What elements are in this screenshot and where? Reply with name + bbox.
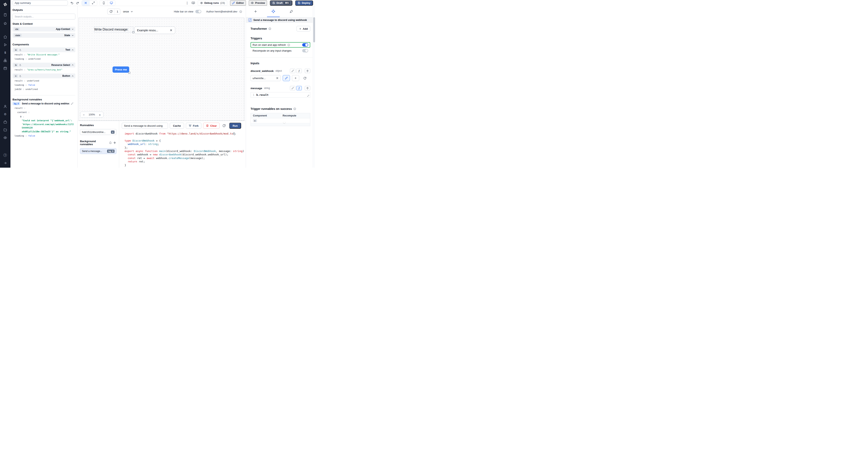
output-section-component-b[interactable]: b Resource Select bbox=[12, 63, 75, 67]
run-button[interactable]: Run bbox=[229, 123, 241, 129]
eval-function-icon[interactable]: f bbox=[297, 69, 302, 73]
button-component[interactable]: Press me bbox=[113, 66, 129, 73]
text-component[interactable]: Write Discord message: bbox=[94, 27, 133, 32]
audit-eye-icon[interactable] bbox=[3, 136, 7, 139]
add-transformer-button[interactable]: Add bbox=[297, 26, 310, 32]
run-on-start-toggle[interactable] bbox=[302, 43, 308, 46]
output-section-ctx[interactable]: ctx App Context bbox=[12, 27, 75, 32]
resize-handle[interactable] bbox=[128, 72, 130, 74]
text-component-value: Write Discord message: bbox=[94, 28, 128, 31]
editor-button[interactable]: Editor bbox=[230, 0, 246, 6]
fullscreen-icon[interactable] bbox=[89, 0, 97, 6]
outline-toggle-icon[interactable] bbox=[82, 0, 89, 6]
run-on-start-label: Run on start and app refresh bbox=[253, 43, 286, 46]
component-c-type: Button bbox=[62, 74, 70, 77]
expression-value: b.result bbox=[256, 93, 269, 96]
refresh-count: 1 bbox=[115, 9, 120, 14]
apps-icon[interactable] bbox=[3, 13, 7, 16]
expand-editor-icon[interactable] bbox=[307, 95, 309, 97]
canvas-column: 1 once Hide bar on view Author henri@win… bbox=[78, 6, 246, 168]
workers-icon[interactable] bbox=[3, 120, 7, 124]
user-icon[interactable] bbox=[3, 105, 7, 108]
script-tab[interactable]: Send a message to discord using bbox=[122, 123, 168, 129]
output-section-state[interactable]: state State bbox=[12, 33, 75, 38]
refresh-icon[interactable] bbox=[222, 124, 226, 127]
scrollbar-thumb[interactable] bbox=[313, 17, 315, 42]
windmill-logo[interactable] bbox=[3, 2, 8, 7]
help-icon[interactable]: ? bbox=[3, 154, 7, 157]
draft-button[interactable]: Draft ⌘S bbox=[270, 0, 292, 6]
copy-code-icon[interactable] bbox=[233, 132, 236, 135]
add-background-runnable-icon[interactable] bbox=[113, 141, 117, 144]
more-menu-icon[interactable]: ⋮ bbox=[186, 1, 189, 5]
zoom-in-button[interactable]: + bbox=[96, 112, 103, 118]
runnable-item[interactable]: hub/1511/discord/se... c bbox=[80, 129, 117, 135]
clear-button[interactable]: Clear bbox=[203, 123, 220, 129]
docs-book-icon[interactable] bbox=[192, 1, 195, 5]
clear-selection-icon[interactable] bbox=[169, 29, 173, 32]
component-b-type: Resource Select bbox=[52, 64, 70, 66]
eval-function-icon[interactable]: f bbox=[297, 86, 302, 90]
transformer-heading: Transformer bbox=[251, 27, 267, 30]
expression-editor[interactable]: 1 b.result bbox=[251, 92, 310, 98]
resources-icon[interactable] bbox=[3, 59, 7, 62]
refresh-count-group[interactable]: 1 bbox=[107, 9, 120, 15]
component-a-type: Text bbox=[65, 48, 70, 51]
home-icon[interactable] bbox=[3, 35, 7, 39]
bg0-row[interactable]: bg_0 Send a message to discord using web… bbox=[12, 101, 75, 106]
app-summary-input[interactable] bbox=[12, 0, 68, 5]
redo-icon[interactable] bbox=[76, 1, 79, 5]
selected-runnable-title: Send a message to discord using webhook bbox=[253, 19, 307, 22]
settings-gear-icon[interactable]: ⚙ bbox=[3, 112, 7, 116]
output-row: result:undefined bbox=[12, 79, 75, 83]
runs-icon[interactable] bbox=[3, 43, 7, 46]
background-runnable-item[interactable]: Send a message... bg_0 bbox=[80, 148, 117, 154]
refresh-resources-button[interactable] bbox=[301, 75, 308, 81]
collapse-sidebar-icon[interactable] bbox=[3, 161, 7, 165]
folders-icon[interactable] bbox=[3, 128, 7, 132]
cache-button[interactable]: Cache bbox=[170, 123, 184, 129]
zoom-out-button[interactable]: − bbox=[81, 112, 87, 118]
mobile-view-icon[interactable] bbox=[100, 0, 107, 6]
static-edit-icon[interactable] bbox=[290, 69, 296, 73]
recompute-toggle[interactable] bbox=[302, 49, 308, 53]
output-section-component-a[interactable]: a Text bbox=[12, 47, 75, 52]
preview-button[interactable]: Preview bbox=[249, 0, 267, 6]
table-footer bbox=[251, 123, 310, 126]
bg0-title: Send a message to discord using webhook bbox=[22, 102, 69, 105]
undo-icon[interactable] bbox=[70, 1, 73, 5]
clear-resource-icon[interactable] bbox=[276, 77, 279, 79]
author-label: Author henri@windmill.dev bbox=[206, 10, 237, 13]
debug-runs-button[interactable]: Debug runs (23) bbox=[198, 0, 227, 6]
resource-select-component[interactable]: Example resou... bbox=[134, 27, 175, 34]
desktop-view-icon[interactable] bbox=[107, 0, 115, 6]
pencil-icon[interactable] bbox=[71, 102, 73, 105]
create-resource-button[interactable] bbox=[292, 75, 299, 81]
scrollbar-track[interactable] bbox=[313, 6, 315, 168]
output-row: 0: bbox=[12, 114, 75, 119]
hide-bar-toggle[interactable] bbox=[195, 10, 201, 13]
chevron-up-icon bbox=[71, 75, 74, 77]
code-editor[interactable]: import discordwebhook from "https://deno… bbox=[119, 130, 246, 168]
deploy-button[interactable]: Deploy bbox=[295, 0, 313, 6]
frequency-dropdown[interactable]: once bbox=[123, 10, 133, 13]
input-name: message bbox=[251, 87, 262, 90]
insert-component-tab[interactable] bbox=[249, 6, 262, 17]
styling-tab[interactable] bbox=[285, 6, 298, 17]
info-icon bbox=[269, 27, 271, 30]
app-canvas[interactable]: Write Discord message: Example resou... … bbox=[79, 18, 244, 121]
output-section-component-c[interactable]: c Button bbox=[12, 73, 75, 78]
fork-button[interactable]: Fork bbox=[186, 123, 201, 129]
resource-value-input[interactable]: u/henri/te... bbox=[251, 75, 281, 81]
connect-plug-icon[interactable] bbox=[305, 86, 310, 90]
connect-plug-icon[interactable] bbox=[305, 69, 310, 73]
edit-resource-button[interactable] bbox=[283, 75, 290, 81]
schedules-icon[interactable] bbox=[3, 66, 7, 70]
variables-icon[interactable]: $ bbox=[3, 51, 7, 55]
component-settings-tab[interactable] bbox=[267, 6, 280, 17]
favorites-icon[interactable] bbox=[3, 22, 7, 25]
search-outputs-input[interactable] bbox=[12, 14, 75, 20]
state-badge: state bbox=[14, 34, 22, 37]
resize-handle[interactable] bbox=[132, 31, 134, 33]
static-edit-icon[interactable] bbox=[290, 86, 296, 90]
